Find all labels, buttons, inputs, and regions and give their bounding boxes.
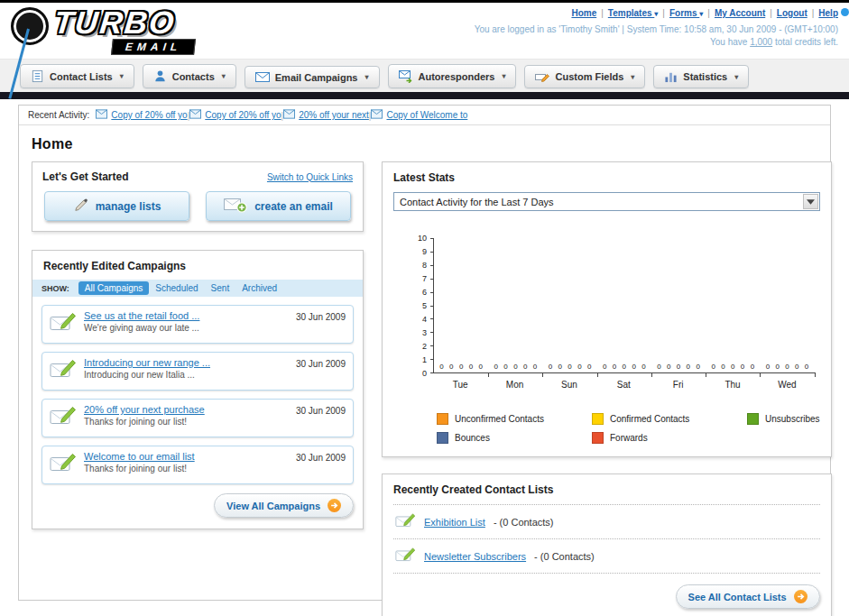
chart-x-axis-labels: TueMonSunSatFriThuWed [433,373,815,390]
contact-activity-chart: 109876543210 000000000000000000000000000… [413,238,815,390]
bar-value-label: 0 [478,363,482,371]
app-logo: TURBO EMAIL [4,4,265,58]
view-all-row: View All Campaigns [32,492,363,529]
view-all-campaigns-button[interactable]: View All Campaigns [214,493,354,518]
envelope-pencil-icon [50,405,77,431]
link-separator: | [601,8,604,18]
switch-to-quick-links[interactable]: Switch to Quick Links [267,172,353,182]
top-link-home[interactable]: Home [571,8,596,18]
legend-swatch [592,413,604,425]
campaign-subtitle: Introducing our new Italia ... [84,370,289,380]
recent-activity-link[interactable]: Copy of Welcome to [386,110,467,120]
logo-subtitle: EMAIL [111,39,196,55]
header-right: Home|Templates ▾|Forms ▾|My Account|Logo… [475,8,838,47]
top-link-my-account[interactable]: My Account [715,8,765,18]
custom-fields-icon [535,70,549,83]
get-started-header: Let's Get Started Switch to Quick Links [42,170,353,183]
nav-tab-custom-fields[interactable]: Custom Fields▾ [524,65,645,88]
mail-small-icon [371,109,383,121]
recent-activity-link[interactable]: 20% off your next [299,110,369,120]
credits-prefix: You have [710,37,750,47]
campaign-item: Welcome to our email listThanks for join… [42,446,354,484]
envelope-pencil-icon [50,358,77,384]
campaign-title-link[interactable]: 20% off your next purchase [84,404,289,415]
campaign-item: Introducing our new range ...Introducing… [42,352,354,391]
recent-activity-label: Recent Activity: [28,110,89,120]
chevron-down-icon: ▾ [734,73,738,81]
see-all-contact-lists-button[interactable]: See All Contact Lists [676,584,820,609]
bar-value-label: 0 [513,363,517,371]
bar-value-label: 0 [494,363,498,371]
stats-period-select[interactable]: Contact Activity for the Last 7 Days [393,192,820,211]
contact-list-item: Newsletter Subscribers - (0 Contacts) [393,539,820,574]
top-link-templates[interactable]: Templates ▾ [608,8,659,18]
contact-list-link[interactable]: Exhibition List [424,517,485,528]
campaign-tab-all-campaigns[interactable]: All Campaigns [78,281,149,295]
legend-swatch [747,413,759,425]
page-title: Home [32,136,830,152]
bar-value-label: 0 [641,363,645,371]
get-started-panel: Let's Get Started Switch to Quick Links … [32,161,364,232]
recent-activity-item: Copy of 20% off yo [189,109,281,121]
campaign-text: See us at the retail food ...We're givin… [84,310,289,333]
bar-value-label: 0 [741,363,744,371]
recent-activity-link[interactable]: Copy of 20% off yo [111,110,187,120]
campaigns-panel-title: Recently Edited Campaigns [32,251,363,280]
contact-list-link[interactable]: Newsletter Subscribers [424,551,526,562]
legend-label: Confirmed Contacts [610,414,689,424]
campaign-tab-scheduled[interactable]: Scheduled [149,281,204,295]
bar-value-label: 0 [751,363,754,371]
nav-tab-contacts[interactable]: Contacts▾ [143,64,236,88]
bar-value-labels: 00000 [597,363,651,371]
stats-period-value: Contact Activity for the Last 7 Days [394,197,803,207]
campaign-date: 30 Jun 2009 [296,312,346,322]
top-link-logout[interactable]: Logout [777,8,807,18]
top-link-help[interactable]: Help [818,8,838,18]
nav-tab-autoresponders[interactable]: Autoresponders▾ [388,64,517,88]
campaign-tab-archived[interactable]: Archived [235,281,283,295]
recently-created-contact-lists-panel: Recently Created Contact Lists Exhibitio… [382,473,832,616]
x-axis-label: Mon [487,380,541,390]
create-email-button[interactable]: create an email [206,191,351,221]
recent-activity-bar: Recent Activity: Copy of 20% off yo|Copy… [19,106,830,125]
login-info-text: You are logged in as 'Timothy Smith' | S… [475,24,838,34]
bar-value-label: 0 [677,363,680,371]
chevron-down-icon [803,194,818,209]
get-started-buttons: manage lists create an email [42,191,353,221]
campaign-title-link[interactable]: Introducing our new range ... [84,357,289,368]
mail-small-icon [189,109,201,121]
y-axis-tick-label: 0 [422,369,427,378]
y-axis-tick-mark [430,372,434,373]
nav-tab-statistics[interactable]: Statistics▾ [653,65,749,88]
nav-tab-contact-lists[interactable]: Contact Lists▾ [20,64,134,88]
bar-value-label: 0 [776,363,780,371]
top-utility-nav: Home|Templates ▾|Forms ▾|My Account|Logo… [475,8,838,18]
recent-activity-item: 20% off your next [283,109,369,121]
see-all-contact-lists-label: See All Contact Lists [688,592,787,602]
x-axis-label: Sat [596,380,651,390]
campaign-title-link[interactable]: Welcome to our email list [84,451,289,462]
bar-value-label: 0 [805,363,808,371]
nav-tab-email-campaigns[interactable]: Email Campaigns▾ [245,66,380,88]
recent-activity-link[interactable]: Copy of 20% off yo [205,110,281,120]
chart-day-group: 00000 [706,238,760,372]
x-axis-label: Thu [706,380,760,390]
contact-lists-panel-title: Recently Created Contact Lists [393,483,820,505]
bar-value-label: 0 [558,363,562,371]
link-separator: | [662,8,665,18]
legend-item-confirmed-contacts: Confirmed Contacts [592,413,747,425]
contact-lists-icon [31,69,44,83]
latest-stats-title: Latest Stats [393,171,820,184]
campaign-tab-sent[interactable]: Sent [205,281,236,295]
bar-value-labels: 00000 [706,363,760,371]
campaign-subtitle: We're giving away our late ... [84,323,289,333]
dashboard-columns: Let's Get Started Switch to Quick Links … [19,161,830,616]
top-link-forms[interactable]: Forms ▾ [669,8,703,18]
chevron-down-icon: ▾ [631,73,634,81]
x-axis-label: Tue [433,380,487,390]
recently-edited-campaigns-panel: Recently Edited Campaigns SHOW: All Camp… [32,250,364,529]
legend-label: Bounces [455,433,490,443]
bar-value-labels: 00000 [434,363,488,371]
campaign-title-link[interactable]: See us at the retail food ... [84,310,289,321]
manage-lists-button[interactable]: manage lists [44,191,189,221]
